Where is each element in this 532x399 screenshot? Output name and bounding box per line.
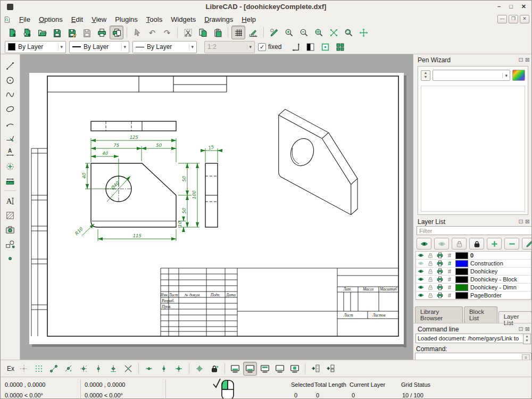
layer-visibility-icon[interactable] xyxy=(416,292,426,298)
menu-edit[interactable]: Edit xyxy=(67,14,87,24)
close-panel-icon[interactable]: ⊠ xyxy=(525,326,530,332)
grid-squares-button[interactable] xyxy=(333,40,347,54)
layer-row[interactable]: # Doohickey - Block xyxy=(416,276,531,284)
snap-on-entity-button[interactable] xyxy=(62,362,76,376)
close-icon[interactable]: ✕ xyxy=(521,3,526,10)
mdi-minimize-icon[interactable]: — xyxy=(497,15,507,23)
menu-tools[interactable]: Tools xyxy=(142,14,167,24)
unlock-all-layers-button[interactable] xyxy=(452,238,467,250)
cut-button[interactable] xyxy=(181,26,195,39)
circle-tool[interactable] xyxy=(3,74,17,86)
layer-construction-icon[interactable]: # xyxy=(445,292,454,298)
layer-print-icon[interactable] xyxy=(435,276,445,282)
maximize-icon[interactable]: □ xyxy=(509,3,513,10)
restrict-orthogonal-button[interactable] xyxy=(172,362,186,376)
snap-middle-button[interactable] xyxy=(92,362,105,376)
menu-file[interactable]: File xyxy=(15,14,35,24)
layer-visibility-icon[interactable] xyxy=(416,276,426,282)
color-picker-button[interactable] xyxy=(512,70,525,81)
zoom-window-button[interactable] xyxy=(327,26,340,39)
point-tool[interactable] xyxy=(3,160,17,172)
previous-view-button[interactable] xyxy=(342,26,355,39)
layer-visibility-icon[interactable] xyxy=(416,268,426,275)
drawing-canvas[interactable]: Изм. Лист № докум. Подп. Дата Разраб. Пр… xyxy=(20,54,413,360)
menu-view[interactable]: View xyxy=(87,14,111,24)
restrict-vertical-button[interactable] xyxy=(157,362,171,376)
command-history-spinner[interactable]: ▲▼ xyxy=(523,334,531,344)
draft-mode-1-button[interactable] xyxy=(228,362,242,376)
save-as-button[interactable] xyxy=(65,26,79,39)
snap-free-button[interactable] xyxy=(17,362,31,376)
pen-wizard-select[interactable]: ▾ xyxy=(433,70,510,81)
save-all-button[interactable] xyxy=(80,26,94,39)
minimize-icon[interactable]: – xyxy=(497,3,501,10)
menu-plugins[interactable]: Plugins xyxy=(111,14,142,24)
angle-restriction-button[interactable] xyxy=(288,40,302,54)
zoom-out-button[interactable] xyxy=(297,26,311,39)
redo-button[interactable]: ↷ xyxy=(160,26,174,39)
layer-row[interactable]: # Construction xyxy=(416,260,531,268)
lock-all-layers-button[interactable] xyxy=(469,238,484,250)
snap-grid-button[interactable] xyxy=(32,362,46,376)
float-panel-icon[interactable]: ⊡ xyxy=(519,326,523,332)
float-panel-icon[interactable]: ⊡ xyxy=(519,218,523,225)
float-panel-icon[interactable]: ⊡ xyxy=(519,56,523,63)
auto-zoom-button[interactable] xyxy=(312,26,326,39)
new-document-button[interactable] xyxy=(5,26,19,39)
polyline-tool[interactable] xyxy=(3,131,17,144)
print-button[interactable] xyxy=(95,26,109,39)
layer-row[interactable]: # 0 xyxy=(416,252,531,260)
menu-help[interactable]: Help xyxy=(237,14,260,24)
layer-row[interactable]: # Doohickey - Dimn xyxy=(416,284,531,292)
print-preview-button[interactable] xyxy=(110,26,123,39)
text-tool[interactable]: A xyxy=(3,195,17,207)
layer-construction-icon[interactable]: # xyxy=(445,252,454,259)
menu-widgets[interactable]: Widgets xyxy=(167,14,200,24)
layer-visibility-icon[interactable] xyxy=(416,260,426,267)
entity-preview-button[interactable] xyxy=(318,40,332,54)
mdi-restore-icon[interactable]: ❐ xyxy=(509,15,518,23)
restrict-horizontal-button[interactable] xyxy=(142,362,156,376)
layer-construction-icon[interactable]: # xyxy=(445,284,454,290)
mdi-close-icon[interactable]: ✕ xyxy=(520,15,529,23)
open-button[interactable] xyxy=(35,26,49,39)
redraw-button[interactable] xyxy=(267,26,281,39)
paste-button[interactable] xyxy=(211,26,225,39)
layer-row[interactable]: # PageBorder xyxy=(416,292,531,300)
hatch-tool[interactable] xyxy=(3,209,17,221)
remove-layer-button[interactable] xyxy=(504,238,519,250)
hide-all-layers-button[interactable] xyxy=(434,238,449,250)
snap-center-button[interactable] xyxy=(77,362,90,376)
select-button[interactable] xyxy=(130,26,144,39)
snap-distance-button[interactable] xyxy=(106,362,120,376)
copy-button[interactable] xyxy=(196,26,210,39)
add-vertical-bar-button[interactable] xyxy=(309,362,322,376)
undo-button[interactable]: ↶ xyxy=(145,26,159,39)
draft-mode-3-button[interactable] xyxy=(258,362,272,376)
draft-lines-button[interactable] xyxy=(246,26,260,39)
grid-toggle-button[interactable] xyxy=(231,26,245,39)
add-entity-button[interactable] xyxy=(323,362,337,376)
layer-construction-icon[interactable]: # xyxy=(445,268,454,275)
zoom-in-button[interactable] xyxy=(282,26,296,39)
layer-lock-icon[interactable] xyxy=(426,276,435,282)
ellipse-tool[interactable] xyxy=(3,103,17,115)
tab-layer-list[interactable]: Layer List xyxy=(498,311,532,323)
point-marker-tool[interactable] xyxy=(3,252,17,264)
layer-lock-icon[interactable] xyxy=(426,252,435,259)
pen-spin-button[interactable]: ▲▼ xyxy=(421,70,430,81)
image-tool[interactable] xyxy=(3,223,17,236)
pen-color-select[interactable]: By Layer ▾ xyxy=(5,41,66,53)
line-width-select[interactable]: By Layer ▾ xyxy=(132,41,197,53)
layer-print-icon[interactable] xyxy=(435,268,445,275)
snap-intersection-button[interactable] xyxy=(121,362,135,376)
draft-mode-4-button[interactable] xyxy=(273,362,287,376)
set-relative-zero-button[interactable] xyxy=(193,362,206,376)
show-all-layers-button[interactable] xyxy=(417,238,431,250)
add-layer-button[interactable] xyxy=(487,238,502,250)
exclusive-snap-button[interactable]: Ex xyxy=(5,365,16,372)
layer-lock-icon[interactable] xyxy=(426,292,435,298)
layer-print-icon[interactable] xyxy=(435,292,445,298)
arc-tool[interactable] xyxy=(3,117,17,129)
layer-construction-icon[interactable]: # xyxy=(445,260,454,267)
